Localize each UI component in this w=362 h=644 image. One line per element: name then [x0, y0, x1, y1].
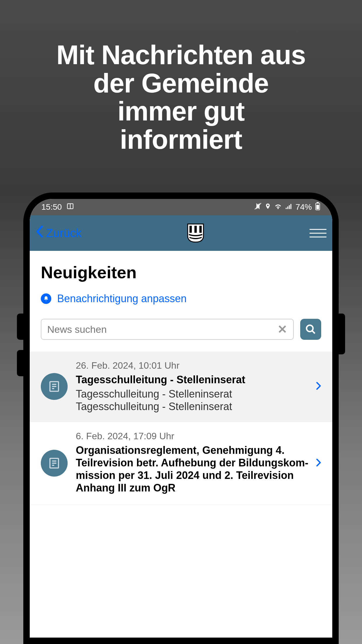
news-excerpt: Tagesschulleitung - Stellenin­serat Tage…	[76, 388, 310, 413]
app-badge-icon	[66, 202, 74, 212]
search-row: ✕	[41, 319, 321, 340]
signal-icon	[285, 202, 293, 212]
svg-point-13	[307, 325, 313, 332]
notification-settings-link[interactable]: Benachrichtigung anpassen	[41, 293, 321, 305]
news-date: 26. Feb. 2024, 10:01 Uhr	[76, 360, 310, 371]
news-body: 26. Feb. 2024, 10:01 Uhr Tagesschulleitu…	[76, 360, 310, 413]
chevron-left-icon	[36, 225, 44, 241]
promo-line1: Mit Nachrichten aus	[56, 40, 305, 70]
chevron-right-icon	[316, 380, 321, 393]
hamburger-icon	[310, 237, 326, 237]
svg-rect-9	[316, 205, 319, 209]
phone-volume-up-button	[17, 314, 23, 340]
wifi-icon	[274, 202, 282, 212]
back-button[interactable]: Zurück	[36, 225, 82, 241]
svg-rect-3	[286, 208, 287, 209]
chevron-right-icon	[316, 457, 321, 469]
svg-rect-6	[290, 204, 291, 209]
page-title: Neuigkeiten	[41, 262, 321, 282]
status-right: 74%	[254, 202, 321, 212]
promo-line2: der Gemeinde	[93, 68, 269, 98]
vibrate-icon	[254, 202, 262, 212]
hamburger-icon	[310, 229, 326, 230]
svg-rect-10	[189, 226, 192, 233]
content-area: Neuigkeiten Benachrichtigung anpassen ✕	[30, 251, 332, 505]
location-icon	[265, 202, 271, 212]
battery-icon	[315, 202, 321, 212]
news-title: Tagesschulleitung - Stellenin­serat	[76, 373, 310, 386]
search-icon	[305, 324, 316, 335]
status-bar: 15:50	[30, 199, 332, 215]
document-icon	[48, 457, 61, 470]
clear-icon[interactable]: ✕	[277, 323, 287, 336]
app-logo-icon	[187, 223, 204, 243]
news-type-icon	[41, 450, 68, 477]
news-item[interactable]: 6. Feb. 2024, 17:09 Uhr Organisationsreg…	[30, 422, 332, 505]
news-list: 26. Feb. 2024, 10:01 Uhr Tagesschulleitu…	[30, 351, 332, 505]
svg-rect-5	[289, 205, 290, 209]
promo-line3: immer gut	[117, 96, 245, 126]
bell-icon	[41, 293, 51, 304]
search-button[interactable]	[300, 319, 321, 340]
svg-rect-11	[194, 226, 197, 233]
news-item[interactable]: 26. Feb. 2024, 10:01 Uhr Tagesschulleitu…	[30, 351, 332, 422]
news-body: 6. Feb. 2024, 17:09 Uhr Organisationsreg…	[76, 431, 310, 496]
svg-line-2	[255, 203, 261, 209]
promo-headline: Mit Nachrichten aus der Gemeinde immer g…	[0, 0, 362, 153]
svg-rect-4	[287, 206, 288, 209]
battery-percent: 74%	[296, 202, 312, 212]
phone-frame: 15:50	[23, 192, 339, 644]
status-time: 15:50	[41, 202, 62, 212]
news-type-icon	[41, 373, 68, 400]
menu-button[interactable]	[310, 229, 326, 237]
promo-line4: informiert	[120, 125, 242, 154]
svg-line-14	[312, 331, 315, 334]
svg-rect-12	[199, 226, 202, 233]
phone-volume-down-button	[17, 350, 23, 376]
news-title: Organisationsreglement, Ge­nehmigung 4. …	[76, 444, 310, 494]
news-date: 6. Feb. 2024, 17:09 Uhr	[76, 431, 310, 442]
notification-link-label: Benachrichtigung anpassen	[57, 293, 187, 305]
search-input[interactable]	[47, 324, 277, 335]
hamburger-icon	[310, 233, 326, 234]
app-header: Zurück	[30, 215, 332, 251]
search-input-wrapper: ✕	[41, 319, 294, 340]
back-label: Zurück	[46, 227, 82, 240]
document-icon	[48, 380, 61, 393]
phone-power-button	[339, 314, 345, 354]
status-left: 15:50	[41, 202, 74, 212]
